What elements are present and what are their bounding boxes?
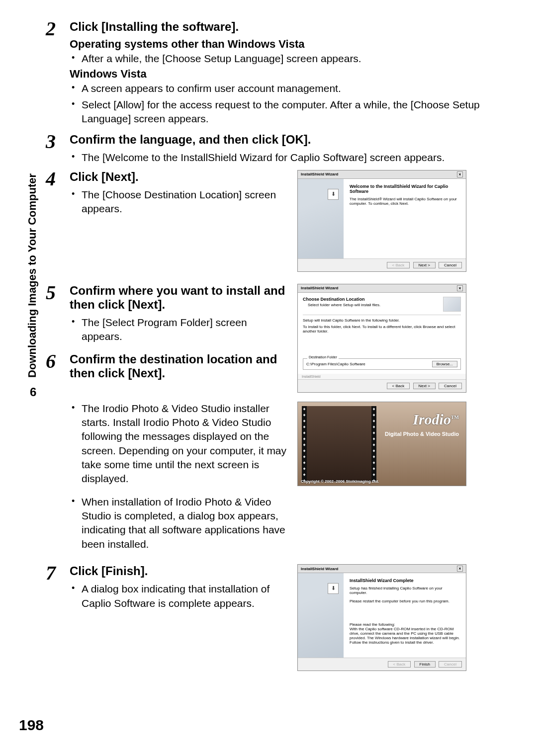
splash-subtitle: Digital Photo & Video Studio	[385, 431, 459, 437]
step-number: 6	[46, 349, 56, 373]
back-button[interactable]: < Back	[388, 661, 411, 668]
section-sidebar-title: Downloading Images to Your Computer	[26, 119, 40, 378]
step-title: Confirm the destination location and the…	[70, 352, 288, 380]
wizard-text: To install to this folder, click Next. T…	[303, 325, 461, 334]
wizard-side-graphic	[298, 573, 344, 658]
next-button[interactable]: Next >	[413, 383, 436, 389]
finish-button[interactable]: Finish	[414, 661, 436, 668]
installshield-label: InstallShield	[298, 374, 466, 379]
bullet: After a while, the [Choose Setup Languag…	[82, 52, 522, 66]
step-6: 6 Confirm the destination location and t…	[70, 352, 288, 380]
destination-folder-label: Destination Folder	[307, 355, 339, 359]
step-title: Confirm where you want to install and th…	[70, 284, 288, 312]
subheading-vista: Windows Vista	[70, 68, 522, 81]
wizard-welcome: InstallShield Wizard × Welcome to the In…	[297, 170, 466, 272]
subheading-non-vista: Operating systems other than Windows Vis…	[70, 38, 522, 51]
wizard-destination: InstallShield Wizard × Choose Destinatio…	[297, 284, 466, 393]
step-number: 2	[46, 17, 56, 40]
back-button[interactable]: < Back	[387, 262, 410, 268]
back-button[interactable]: < Back	[387, 383, 410, 389]
step-4: 4 Click [Next]. The [Choose Destination …	[70, 170, 288, 216]
bullet: The [Select Program Folder] screen appea…	[82, 316, 288, 344]
step-number: 4	[46, 167, 56, 190]
window-title: InstallShield Wizard	[301, 286, 339, 290]
step-number: 3	[46, 130, 56, 153]
bullet: Select [Allow] for the access request to…	[82, 98, 522, 126]
wizard-heading: Choose Destination Location	[303, 297, 380, 302]
wizard-note-heading: Please read the following:	[350, 622, 460, 627]
step-3: 3 Confirm the language, and then click […	[70, 133, 522, 165]
wizard-text: Please restart the computer before you r…	[350, 599, 460, 603]
bullet: When installation of Irodio Photo & Vide…	[82, 495, 288, 551]
wizard-text: Setup has finished installing Caplio Sof…	[350, 586, 460, 595]
step-2: 2 Click [Installing the software]. Opera…	[70, 20, 522, 126]
bullet: The [Welcome to the InstallShield Wizard…	[82, 151, 522, 165]
cancel-button[interactable]: Cancel	[439, 262, 462, 268]
wizard-heading: InstallShield Wizard Complete	[350, 578, 460, 583]
bullet: A screen appears to confirm user account…	[82, 82, 522, 95]
cancel-button[interactable]: Cancel	[439, 661, 462, 668]
bullet: The [Choose Destination Location] screen…	[82, 188, 288, 216]
bullet: A dialog box indicating that installatio…	[82, 582, 288, 610]
next-button[interactable]: Next >	[413, 262, 436, 268]
step-title: Confirm the language, and then click [OK…	[70, 133, 522, 147]
step-number: 7	[46, 561, 56, 585]
step-title: Click [Finish].	[70, 564, 288, 578]
cancel-button[interactable]: Cancel	[439, 383, 462, 389]
step-title: Click [Installing the software].	[70, 20, 522, 34]
close-icon[interactable]: ×	[457, 285, 463, 291]
wizard-text: Setup will install Caplio Software in th…	[303, 318, 461, 323]
chapter-number: 6	[30, 385, 36, 399]
film-strip-graphic	[302, 406, 376, 482]
splash-copyright: Copyright © 2002–2006 StoikImaging Ltd.	[301, 479, 379, 484]
splash-brand: IrodioTM	[413, 411, 459, 428]
wizard-subheading: Select folder where Setup will install f…	[308, 303, 380, 307]
step-title: Click [Next].	[70, 170, 288, 184]
step-7: 7 Click [Finish]. A dialog box indicatin…	[70, 564, 288, 610]
irodio-splash: IrodioTM Digital Photo & Video Studio Co…	[297, 402, 466, 486]
wizard-heading: Welcome to the InstallShield Wizard for …	[350, 184, 460, 194]
bullet: The Irodio Photo & Video Studio installe…	[82, 402, 288, 486]
wizard-complete: InstallShield Wizard × InstallShield Wiz…	[297, 564, 466, 671]
wizard-side-graphic	[298, 179, 344, 258]
wizard-note-body: With the Caplio software CD-ROM inserted…	[350, 627, 460, 645]
step-5: 5 Confirm where you want to install and …	[70, 284, 288, 344]
window-title: InstallShield Wizard	[301, 172, 339, 176]
page-number: 198	[19, 717, 44, 734]
step-number: 5	[46, 281, 56, 304]
window-title: InstallShield Wizard	[301, 567, 339, 571]
browse-button[interactable]: Browse...	[432, 361, 457, 367]
close-icon[interactable]: ×	[457, 171, 463, 177]
close-icon[interactable]: ×	[457, 566, 463, 572]
wizard-corner-graphic	[443, 297, 461, 312]
wizard-body-text: The InstallShield® Wizard will install C…	[350, 197, 460, 206]
destination-path: C:\Program Files\Caplio Software	[306, 362, 365, 366]
